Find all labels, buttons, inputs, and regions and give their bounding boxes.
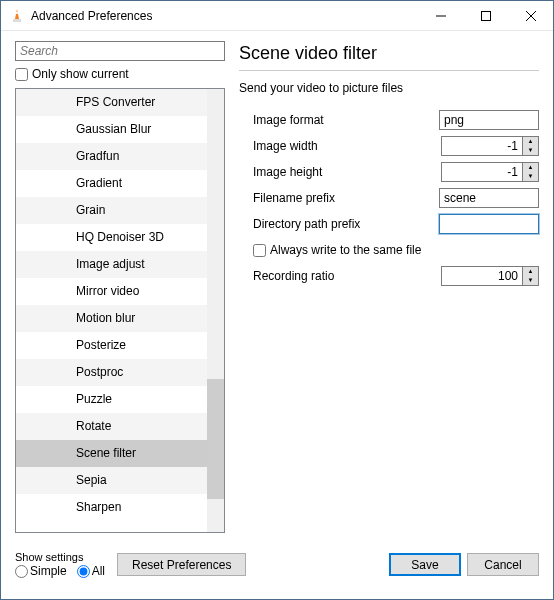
tree-item[interactable]: Postproc (16, 359, 207, 386)
filename-prefix-label: Filename prefix (239, 191, 379, 205)
titlebar: Advanced Preferences (1, 1, 553, 31)
image-height-label: Image height (239, 165, 379, 179)
tree-item[interactable]: Gaussian Blur (16, 116, 207, 143)
window-title: Advanced Preferences (31, 9, 418, 23)
maximize-button[interactable] (463, 1, 508, 30)
svg-rect-1 (15, 12, 19, 14)
scrollbar-thumb[interactable] (207, 379, 224, 499)
tree-item[interactable]: Sepia (16, 467, 207, 494)
tree-item[interactable]: Grain (16, 197, 207, 224)
image-format-label: Image format (239, 113, 379, 127)
tree-item[interactable]: Rotate (16, 413, 207, 440)
panel-subheading: Send your video to picture files (239, 81, 539, 95)
app-icon (9, 8, 25, 24)
image-width-stepper[interactable]: ▲▼ (441, 136, 539, 156)
directory-prefix-label: Directory path prefix (239, 217, 379, 231)
recording-ratio-stepper[interactable]: ▲▼ (441, 266, 539, 286)
save-button[interactable]: Save (389, 553, 461, 576)
filename-prefix-input[interactable] (439, 188, 539, 208)
search-input[interactable] (15, 41, 225, 61)
only-show-current-label: Only show current (32, 67, 129, 81)
right-panel: Scene video filter Send your video to pi… (239, 41, 539, 533)
svg-rect-3 (481, 11, 490, 20)
tree-item[interactable]: FPS Converter (16, 89, 207, 116)
tree-item[interactable]: Puzzle (16, 386, 207, 413)
recording-ratio-label: Recording ratio (239, 269, 379, 283)
left-panel: Only show current FPS ConverterGaussian … (15, 41, 225, 533)
svg-rect-0 (13, 19, 21, 22)
panel-heading: Scene video filter (239, 43, 539, 64)
tree-item[interactable]: Mirror video (16, 278, 207, 305)
close-button[interactable] (508, 1, 553, 30)
simple-radio[interactable]: Simple (15, 564, 67, 578)
filter-tree[interactable]: FPS ConverterGaussian BlurGradfunGradien… (15, 88, 225, 533)
only-show-current-checkbox[interactable]: Only show current (15, 64, 225, 84)
tree-item[interactable]: Image adjust (16, 251, 207, 278)
tree-item[interactable]: Scene filter (16, 440, 207, 467)
always-write-label: Always write to the same file (270, 243, 421, 257)
tree-item[interactable]: Posterize (16, 332, 207, 359)
bottom-bar: Show settings Simple All Reset Preferenc… (1, 539, 553, 589)
reset-preferences-button[interactable]: Reset Preferences (117, 553, 246, 576)
minimize-button[interactable] (418, 1, 463, 30)
tree-item[interactable]: Gradfun (16, 143, 207, 170)
image-width-label: Image width (239, 139, 379, 153)
content-area: Only show current FPS ConverterGaussian … (1, 31, 553, 539)
image-format-input[interactable] (439, 110, 539, 130)
tree-item[interactable]: Motion blur (16, 305, 207, 332)
tree-item[interactable]: Sharpen (16, 494, 207, 521)
all-radio[interactable]: All (77, 564, 105, 578)
tree-item[interactable]: Gradient (16, 170, 207, 197)
scrollbar[interactable] (207, 89, 224, 532)
show-settings-label: Show settings (15, 551, 111, 563)
image-height-stepper[interactable]: ▲▼ (441, 162, 539, 182)
cancel-button[interactable]: Cancel (467, 553, 539, 576)
tree-item[interactable]: HQ Denoiser 3D (16, 224, 207, 251)
always-write-checkbox[interactable]: Always write to the same file (239, 243, 421, 257)
directory-prefix-input[interactable] (439, 214, 539, 234)
